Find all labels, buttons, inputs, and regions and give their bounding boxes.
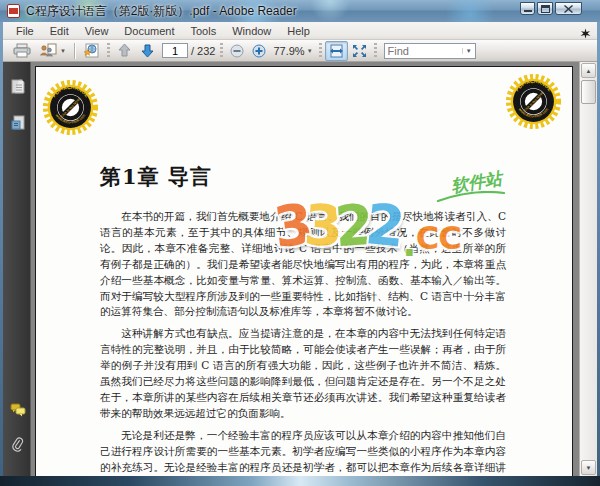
zoom-out-button[interactable] [226, 41, 248, 61]
window-title: C程序设计语言（第2版·新版）.pdf - Adobe Reader [26, 3, 297, 20]
menu-item-window[interactable]: Window [224, 23, 279, 39]
watermark-site-label: 软件站 [450, 167, 504, 198]
paragraph: 在本书的开篇，我们首先概要地介绍 C 语言。我们的目的是尽快地将读者引入、C 语… [100, 209, 506, 320]
minimize-button[interactable] [520, 2, 535, 15]
scrollbar-down-button[interactable]: ▼ [581, 460, 596, 475]
zoom-in-button[interactable] [248, 41, 270, 61]
sidebar-comments-button[interactable] [9, 401, 26, 418]
minus-circle-icon [230, 44, 244, 58]
share-people-icon [39, 43, 58, 58]
print-button[interactable] [9, 41, 35, 61]
chapter-title: 第1章 导言 [100, 163, 212, 191]
paperclip-icon [11, 437, 25, 454]
menu-item-file[interactable]: File [8, 23, 42, 39]
fit-width-icon [329, 44, 344, 58]
previous-page-button[interactable] [113, 41, 136, 61]
document-area: PDF-XCHANGE www.docu-track.com Click to … [31, 62, 579, 476]
page-count-label: / 232 [191, 45, 215, 57]
vertical-scrollbar[interactable]: ▲ ▼ [579, 62, 597, 476]
window-bottom-border [0, 476, 600, 486]
pdf-xchange-stamp-right[interactable]: PDF-XCHANGE www.docu-track.com Click to … [505, 73, 562, 130]
down-arrow-icon [140, 43, 155, 58]
sidebar-page-thumbnails-button[interactable] [9, 78, 26, 95]
menu-item-document[interactable]: Document [116, 23, 182, 39]
fit-page-button[interactable] [348, 41, 371, 61]
close-button[interactable] [555, 2, 582, 15]
scrollbar-up-button[interactable]: ▲ [581, 63, 596, 78]
comments-icon [10, 403, 26, 417]
printer-icon [13, 43, 31, 58]
toolbar: ▼ / 232 77.9% ▼ [3, 40, 597, 62]
up-arrow-icon [117, 43, 132, 58]
collaborate-button[interactable] [79, 41, 104, 61]
document-body-text: 在本书的开篇，我们首先概要地介绍 C 语言。我们的目的是尽快地将读者引入、C 语… [100, 209, 506, 476]
minimize-icon [524, 5, 532, 13]
pdf-file-icon [7, 4, 20, 18]
menu-item-help[interactable]: Help [279, 23, 318, 39]
menu-item-edit[interactable]: Edit [42, 23, 77, 39]
bookmarks-icon [11, 115, 25, 131]
pdf-xchange-stamp-left[interactable]: PDF-XCHANGE www.docu-track.com Click to … [42, 79, 99, 136]
zoom-level-dropdown[interactable]: 77.9% ▼ [270, 45, 315, 57]
fit-page-icon [352, 44, 367, 58]
paragraph: 这种讲解方式也有缺点。应当提请注意的是，在本章的内容中无法找到任何特定语言特性的… [100, 326, 506, 421]
find-input[interactable] [385, 45, 462, 57]
globe-document-icon [83, 43, 100, 58]
find-dropdown-icon[interactable]: ▼ [462, 48, 475, 54]
zoom-value: 77.9% [273, 45, 304, 57]
find-search-box: ▼ [384, 43, 476, 59]
menu-item-tools[interactable]: Tools [183, 23, 225, 39]
share-button[interactable]: ▼ [35, 41, 70, 61]
next-page-button[interactable] [136, 41, 159, 61]
page-thumbnails-icon [11, 79, 25, 95]
scrollbar-thumb[interactable] [581, 80, 596, 104]
page-number-input[interactable] [162, 43, 188, 58]
sidebar-bookmarks-button[interactable] [9, 114, 26, 131]
menu-item-view[interactable]: View [77, 23, 117, 39]
chevron-down-icon: ▼ [307, 48, 313, 54]
sidebar-attachments-button[interactable] [9, 437, 26, 454]
fit-width-button[interactable] [325, 41, 348, 61]
chevron-down-icon: ▼ [60, 48, 66, 54]
title-bar: C程序设计语言（第2版·新版）.pdf - Adobe Reader [0, 0, 600, 22]
close-icon [564, 5, 573, 13]
menu-bar: File Edit View Document Tools Window Hel… [3, 22, 597, 40]
watermark-underline-swoosh [436, 191, 506, 203]
plus-circle-icon [252, 44, 266, 58]
maximize-icon [541, 5, 550, 13]
pdf-page: PDF-XCHANGE www.docu-track.com Click to … [35, 66, 573, 476]
paragraph: 无论是利还是弊，一个经验丰富的程序员应该可以从本章介绍的内容中推知他们自己进行程… [100, 428, 506, 476]
navigation-pane [3, 62, 31, 476]
main-area: PDF-XCHANGE www.docu-track.com Click to … [3, 62, 597, 476]
maximize-button[interactable] [537, 2, 553, 15]
